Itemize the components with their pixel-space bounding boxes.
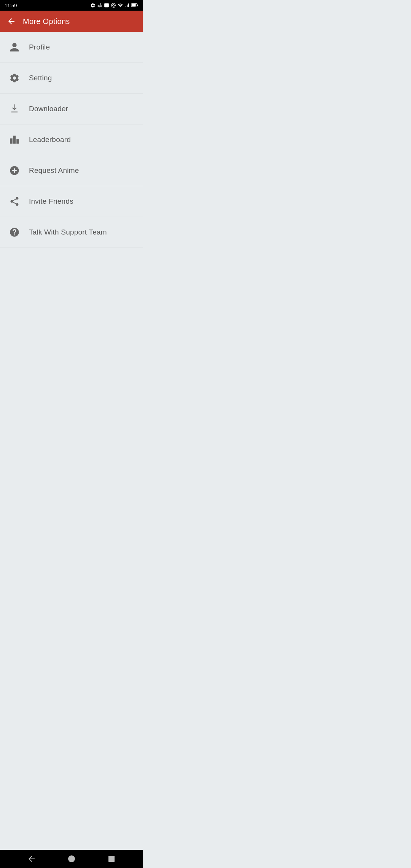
wifi-icon — [118, 3, 123, 8]
setting-label: Setting — [29, 74, 52, 82]
support-label: Talk With Support Team — [29, 228, 107, 236]
app-bar: More Options — [0, 11, 143, 32]
svg-rect-1 — [132, 4, 136, 7]
settings-status-icon — [90, 3, 96, 8]
back-button[interactable] — [6, 16, 17, 27]
status-bar-left: 11:59 — [5, 3, 17, 8]
nav-home-button[interactable] — [64, 851, 79, 866]
sim-icon — [104, 3, 109, 8]
share-icon — [8, 195, 21, 208]
menu-item-invite-friends[interactable]: Invite Friends — [0, 186, 143, 217]
leaderboard-icon — [8, 133, 21, 147]
svg-rect-4 — [108, 856, 115, 862]
settings-icon — [8, 71, 21, 85]
menu-list: Profile Setting Downloader Leaderboard R… — [0, 32, 143, 850]
status-time: 11:59 — [5, 3, 17, 8]
request-anime-label: Request Anime — [29, 166, 79, 175]
svg-rect-2 — [137, 5, 138, 6]
menu-item-support[interactable]: Talk With Support Team — [0, 217, 143, 248]
menu-item-downloader[interactable]: Downloader — [0, 94, 143, 124]
download-icon — [8, 102, 21, 116]
menu-item-profile[interactable]: Profile — [0, 32, 143, 63]
profile-label: Profile — [29, 43, 50, 51]
svg-point-3 — [68, 855, 75, 862]
status-bar: 11:59 — [0, 0, 143, 11]
add-circle-icon — [8, 164, 21, 177]
menu-item-leaderboard[interactable]: Leaderboard — [0, 124, 143, 155]
nav-recent-button[interactable] — [104, 851, 119, 866]
person-icon — [8, 40, 21, 54]
signal-icon — [124, 3, 130, 8]
nav-bar — [0, 850, 143, 868]
nav-back-button[interactable] — [24, 851, 39, 866]
leaderboard-label: Leaderboard — [29, 136, 71, 144]
invite-friends-label: Invite Friends — [29, 197, 73, 206]
menu-item-request-anime[interactable]: Request Anime — [0, 155, 143, 186]
status-bar-right — [90, 3, 138, 8]
page-title: More Options — [23, 17, 70, 26]
tune-status-icon — [97, 3, 102, 8]
help-circle-icon — [8, 225, 21, 239]
battery-icon — [131, 3, 138, 8]
at-sign-icon — [111, 3, 116, 8]
menu-item-setting[interactable]: Setting — [0, 63, 143, 94]
downloader-label: Downloader — [29, 105, 68, 113]
